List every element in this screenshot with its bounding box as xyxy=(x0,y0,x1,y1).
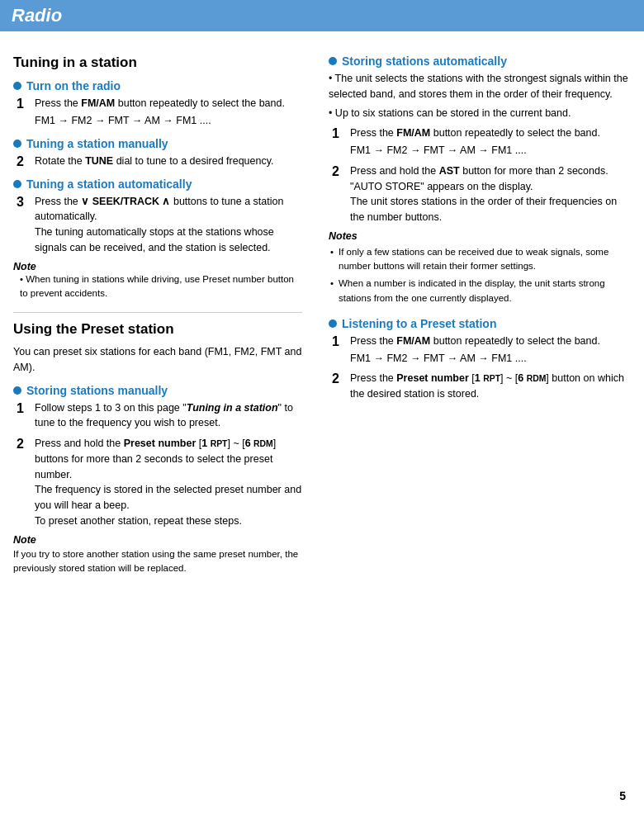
step-lp-2: 2 Press the Preset number [1 RPT] ~ [6 R… xyxy=(332,371,631,402)
step-sa-2: 2 Press and hold the AST button for more… xyxy=(332,163,631,225)
bullet-dot-2 xyxy=(13,140,21,148)
step-num-lp1: 1 xyxy=(332,334,345,349)
fm-seq-lp1: FM1 → FM2 → FMT → AM → FM1 .... xyxy=(350,351,631,367)
step-lp1-content: Press the FM/AM button repeatedly to sel… xyxy=(350,334,631,367)
page-content: Tuning in a station Turn on the radio 1 … xyxy=(0,46,644,575)
storing-auto-label: Storing stations automatically xyxy=(342,54,507,68)
storing-auto-intro: • The unit selects the stations with the… xyxy=(329,71,631,121)
tuning-section: Tuning in a station Turn on the radio 1 … xyxy=(13,54,302,301)
storing-manually-heading: Storing stations manually xyxy=(13,384,302,397)
note-auto-1: If only a few stations can be received d… xyxy=(329,245,631,274)
step-num-3: 3 xyxy=(17,194,30,210)
right-column: Storing stations automatically • The uni… xyxy=(322,46,631,575)
note-label-1: Note xyxy=(13,261,302,272)
step-num-2: 2 xyxy=(17,154,30,169)
tuning-auto-heading: Tuning a station automatically xyxy=(13,177,302,191)
listening-preset-label: Listening to a Preset station xyxy=(342,317,496,330)
step-num-1: 1 xyxy=(17,96,30,111)
listening-preset-section: Listening to a Preset station 1 Press th… xyxy=(329,317,631,402)
note-text-2: If you try to store another station usin… xyxy=(13,547,302,576)
bullet-dot-3 xyxy=(13,180,21,188)
step-lp2-content: Press the Preset number [1 RPT] ~ [6 RDM… xyxy=(350,371,631,402)
step-num-sa2: 2 xyxy=(332,163,345,179)
page-title: Radio xyxy=(12,5,632,26)
step-sa2-content: Press and hold the AST button for more t… xyxy=(350,163,631,225)
tuning-manually-heading: Tuning a station manually xyxy=(13,137,302,150)
turn-on-radio-heading: Turn on the radio xyxy=(13,79,302,92)
storing-auto-section: Storing stations automatically • The uni… xyxy=(329,54,631,305)
fm-seq-1: FM1 → FM2 → FMT → AM → FM1 .... xyxy=(35,113,302,129)
step-1-content: Press the FM/AM button repeatedly to sel… xyxy=(35,96,302,129)
turn-on-radio-label: Turn on the radio xyxy=(26,79,121,92)
storing-auto-bullet-1: • The unit selects the stations with the… xyxy=(329,71,631,102)
preset-section-title: Using the Preset station xyxy=(13,321,302,338)
step-p1-content: Follow steps 1 to 3 on this page "Tuning… xyxy=(35,400,302,432)
note-auto-2: When a number is indicated in the displa… xyxy=(329,277,631,305)
bullet-dot-5 xyxy=(329,57,337,65)
section-divider xyxy=(13,312,302,313)
notes-label-auto: Notes xyxy=(329,230,631,242)
tuning-manually-label: Tuning a station manually xyxy=(26,137,168,150)
step-num-p2: 2 xyxy=(17,436,30,452)
listening-preset-heading: Listening to a Preset station xyxy=(329,317,631,330)
page-header: Radio xyxy=(0,0,644,31)
step-3-content: Press the ∨ SEEK/TRACK ∧ buttons to tune… xyxy=(35,194,302,256)
tuning-auto-label: Tuning a station automatically xyxy=(26,177,192,191)
step-1-turn-on: 1 Press the FM/AM button repeatedly to s… xyxy=(17,96,302,129)
preset-section: Using the Preset station You can preset … xyxy=(13,321,302,575)
step-lp-1: 1 Press the FM/AM button repeatedly to s… xyxy=(332,334,631,367)
note-text-1: • When tuning in stations while driving,… xyxy=(20,272,302,301)
storing-auto-bullet-2: • Up to six stations can be stored in th… xyxy=(329,106,631,121)
notes-auto-items: If only a few stations can be received d… xyxy=(329,245,631,305)
bullet-dot-6 xyxy=(329,319,337,328)
step-num-p1: 1 xyxy=(17,400,30,416)
storing-auto-heading: Storing stations automatically xyxy=(329,54,631,68)
tuning-section-title: Tuning in a station xyxy=(13,54,302,71)
step-num-lp2: 2 xyxy=(332,371,345,386)
preset-section-desc: You can preset six stations for each ban… xyxy=(13,344,302,376)
fm-seq-sa1: FM1 → FM2 → FMT → AM → FM1 .... xyxy=(350,143,631,159)
step-2-content: Rotate the TUNE dial to tune to a desire… xyxy=(35,154,302,169)
bullet-dot-4 xyxy=(13,386,21,395)
step-2-manually: 2 Rotate the TUNE dial to tune to a desi… xyxy=(17,154,302,169)
step-sa-1: 1 Press the FM/AM button repeatedly to s… xyxy=(332,125,631,159)
step-preset-2: 2 Press and hold the Preset number [1 RP… xyxy=(17,436,302,529)
step-preset-1: 1 Follow steps 1 to 3 on this page "Tuni… xyxy=(17,400,302,432)
notes-list-auto: If only a few stations can be received d… xyxy=(329,245,631,305)
step-num-sa1: 1 xyxy=(332,125,345,141)
left-column: Tuning in a station Turn on the radio 1 … xyxy=(13,46,322,575)
step-p2-content: Press and hold the Preset number [1 RPT]… xyxy=(35,436,302,529)
step-3-auto: 3 Press the ∨ SEEK/TRACK ∧ buttons to tu… xyxy=(17,194,302,256)
storing-manually-label: Storing stations manually xyxy=(26,384,168,397)
bullet-dot xyxy=(13,82,21,90)
note-label-2: Note xyxy=(13,534,302,546)
step-sa1-content: Press the FM/AM button repeatedly to sel… xyxy=(350,125,631,159)
page-number: 5 xyxy=(619,789,626,802)
